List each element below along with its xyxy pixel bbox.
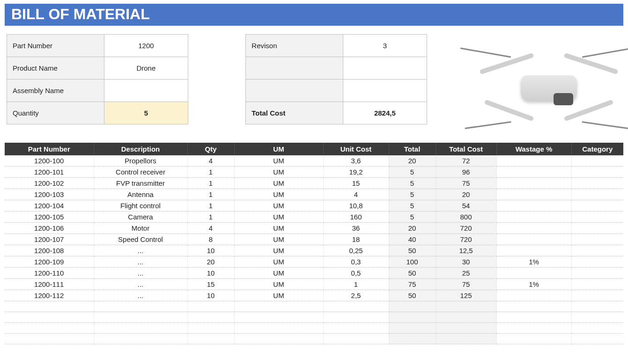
cell-part-number[interactable] — [5, 301, 94, 312]
cell-category[interactable] — [571, 200, 623, 211]
cell-total[interactable]: 5 — [389, 167, 436, 178]
cell-description[interactable] — [94, 312, 187, 323]
cell-wastage[interactable]: 1% — [496, 279, 571, 290]
cell-wastage[interactable] — [496, 290, 571, 301]
cell-total[interactable]: 20 — [389, 223, 436, 234]
assembly-name-value[interactable] — [104, 80, 188, 102]
cell-qty[interactable]: 8 — [187, 234, 234, 245]
cell-unit-cost[interactable] — [323, 323, 389, 334]
product-name-value[interactable]: Drone — [104, 57, 188, 80]
cell-total[interactable]: 75 — [389, 279, 436, 290]
cell-um[interactable]: UM — [234, 279, 323, 290]
cell-category[interactable] — [571, 268, 623, 279]
cell-wastage[interactable] — [496, 323, 571, 334]
cell-category[interactable] — [571, 312, 623, 323]
cell-description[interactable]: Antenna — [94, 189, 187, 200]
cell-wastage[interactable] — [496, 234, 571, 245]
cell-part-number[interactable]: 1200-108 — [5, 245, 94, 256]
cell-unit-cost[interactable]: 18 — [323, 234, 389, 245]
cell-description[interactable]: Control receiver — [94, 167, 187, 178]
cell-description[interactable] — [94, 301, 187, 312]
cell-total-cost[interactable] — [436, 301, 496, 312]
cell-wastage[interactable] — [496, 334, 571, 344]
cell-part-number[interactable] — [5, 323, 94, 334]
revision-value[interactable]: 3 — [343, 35, 427, 57]
cell-description[interactable] — [94, 323, 187, 334]
cell-description[interactable]: Propellors — [94, 155, 187, 167]
cell-part-number[interactable]: 1200-103 — [5, 189, 94, 200]
cell-category[interactable] — [571, 334, 623, 344]
cell-total-cost[interactable]: 25 — [436, 268, 496, 279]
cell-description[interactable]: ... — [94, 256, 187, 268]
cell-um[interactable] — [234, 334, 323, 344]
cell-um[interactable]: UM — [234, 290, 323, 301]
cell-part-number[interactable]: 1200-106 — [5, 223, 94, 234]
cell-total-cost[interactable]: 75 — [436, 178, 496, 189]
cell-category[interactable] — [571, 323, 623, 334]
cell-part-number[interactable]: 1200-111 — [5, 279, 94, 290]
cell-um[interactable] — [234, 301, 323, 312]
cell-total[interactable]: 5 — [389, 200, 436, 211]
cell-unit-cost[interactable] — [323, 301, 389, 312]
cell-description[interactable]: Motor — [94, 223, 187, 234]
cell-part-number[interactable]: 1200-102 — [5, 178, 94, 189]
cell-total-cost[interactable]: 800 — [436, 211, 496, 223]
cell-qty[interactable] — [187, 312, 234, 323]
cell-description[interactable] — [94, 334, 187, 344]
cell-unit-cost[interactable]: 3,6 — [323, 155, 389, 167]
cell-um[interactable]: UM — [234, 234, 323, 245]
cell-part-number[interactable] — [5, 312, 94, 323]
cell-wastage[interactable] — [496, 301, 571, 312]
cell-part-number[interactable]: 1200-107 — [5, 234, 94, 245]
cell-unit-cost[interactable]: 0,25 — [323, 245, 389, 256]
cell-category[interactable] — [571, 290, 623, 301]
cell-qty[interactable]: 10 — [187, 290, 234, 301]
cell-um[interactable] — [234, 323, 323, 334]
cell-total-cost[interactable]: 125 — [436, 290, 496, 301]
cell-um[interactable]: UM — [234, 178, 323, 189]
cell-total[interactable]: 40 — [389, 234, 436, 245]
cell-unit-cost[interactable]: 1 — [323, 279, 389, 290]
cell-unit-cost[interactable]: 160 — [323, 211, 389, 223]
cell-part-number[interactable]: 1200-100 — [5, 155, 94, 167]
cell-total-cost[interactable]: 72 — [436, 155, 496, 167]
cell-qty[interactable]: 1 — [187, 189, 234, 200]
cell-unit-cost[interactable]: 15 — [323, 178, 389, 189]
cell-unit-cost[interactable]: 36 — [323, 223, 389, 234]
cell-description[interactable]: FVP transmitter — [94, 178, 187, 189]
cell-wastage[interactable] — [496, 167, 571, 178]
cell-category[interactable] — [571, 189, 623, 200]
cell-category[interactable] — [571, 167, 623, 178]
cell-wastage[interactable] — [496, 223, 571, 234]
cell-total-cost[interactable] — [436, 334, 496, 344]
cell-category[interactable] — [571, 256, 623, 268]
cell-qty[interactable] — [187, 323, 234, 334]
cell-qty[interactable]: 1 — [187, 178, 234, 189]
cell-total[interactable]: 20 — [389, 155, 436, 167]
cell-category[interactable] — [571, 301, 623, 312]
cell-description[interactable]: ... — [94, 279, 187, 290]
cell-total-cost[interactable]: 96 — [436, 167, 496, 178]
cell-qty[interactable]: 20 — [187, 256, 234, 268]
cell-qty[interactable]: 4 — [187, 223, 234, 234]
cell-category[interactable] — [571, 178, 623, 189]
cell-category[interactable] — [571, 211, 623, 223]
cell-category[interactable] — [571, 279, 623, 290]
cell-um[interactable] — [234, 312, 323, 323]
cell-total-cost[interactable] — [436, 312, 496, 323]
cell-part-number[interactable]: 1200-110 — [5, 268, 94, 279]
info-right-row2-value[interactable] — [343, 57, 427, 80]
cell-total-cost[interactable]: 54 — [436, 200, 496, 211]
cell-qty[interactable] — [187, 301, 234, 312]
cell-total[interactable]: 50 — [389, 290, 436, 301]
cell-qty[interactable]: 1 — [187, 211, 234, 223]
cell-um[interactable]: UM — [234, 189, 323, 200]
cell-total-cost[interactable]: 12,5 — [436, 245, 496, 256]
cell-wastage[interactable] — [496, 155, 571, 167]
cell-um[interactable]: UM — [234, 211, 323, 223]
cell-qty[interactable]: 10 — [187, 268, 234, 279]
cell-wastage[interactable]: 1% — [496, 256, 571, 268]
cell-description[interactable]: ... — [94, 245, 187, 256]
cell-total[interactable] — [389, 301, 436, 312]
cell-total[interactable]: 5 — [389, 211, 436, 223]
